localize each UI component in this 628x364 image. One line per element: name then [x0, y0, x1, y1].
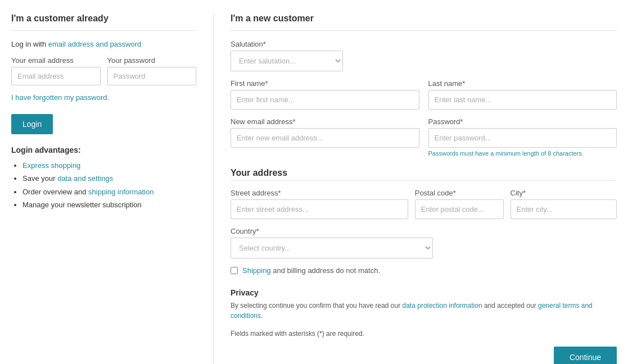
advantages-list: Express shopping Save your data and sett…: [11, 159, 196, 212]
new-email-label: New email address*: [231, 117, 419, 126]
password-label: Your password: [107, 56, 197, 65]
email-label: Your email address: [11, 56, 101, 65]
postal-input[interactable]: [415, 199, 504, 219]
required-note: Fields marked with asterisks (*) are req…: [231, 330, 617, 338]
street-label: Street address*: [231, 189, 408, 197]
data-protection-link[interactable]: data protection information: [403, 302, 482, 310]
left-panel-title: I'm a customer already: [11, 13, 196, 24]
email-password-row: New email address* Password* Passwords m…: [231, 117, 617, 157]
advantage-item-2: Save your data and settings: [22, 172, 196, 185]
postal-field: Postal code*: [415, 189, 504, 219]
name-row: First name* Last name*: [231, 79, 617, 110]
first-name-label: First name*: [231, 79, 419, 88]
last-name-field: Last name*: [428, 79, 617, 110]
advantage-item-4: Manage your newsletter subscription: [22, 198, 196, 211]
new-password-field: Password* Passwords must have a minimum …: [428, 117, 617, 157]
city-input[interactable]: [510, 199, 617, 219]
country-field: Country* Select country... Germany Austr…: [231, 227, 433, 258]
right-panel: I'm a new customer Salutation* Enter sal…: [214, 13, 617, 364]
advantage-item-1: Express shopping: [22, 159, 196, 172]
salutation-group: Salutation* Enter salutation... Mr. Mrs.…: [231, 40, 343, 71]
forgot-password-link[interactable]: I have forgotten my password.: [11, 93, 196, 102]
privacy-text: By selecting continue you confirm that y…: [231, 301, 617, 321]
first-name-input[interactable]: [231, 90, 419, 110]
shipping-checkbox-row: Shipping and billing address do not matc…: [231, 266, 617, 275]
country-select[interactable]: Select country... Germany Austria Switze…: [231, 238, 433, 258]
new-password-label: Password*: [428, 117, 617, 126]
advantage-link-3[interactable]: shipping information: [88, 188, 153, 196]
right-panel-title: I'm a new customer: [231, 13, 617, 24]
street-row: Street address* Postal code* City*: [231, 189, 617, 219]
street-input[interactable]: [231, 199, 408, 219]
advantage-item-3: Order overview and shipping information: [22, 185, 196, 198]
address-section-title: Your address: [231, 168, 617, 178]
password-input[interactable]: [107, 67, 197, 85]
shipping-link[interactable]: Shipping: [242, 266, 271, 275]
new-password-input[interactable]: [428, 128, 617, 148]
salutation-select[interactable]: Enter salutation... Mr. Mrs. Mx.: [231, 51, 343, 71]
salutation-label: Salutation*: [231, 40, 343, 48]
privacy-title: Privacy: [231, 288, 617, 297]
new-email-field: New email address*: [231, 117, 419, 157]
street-field: Street address*: [231, 189, 408, 219]
login-button[interactable]: Login: [11, 114, 53, 134]
advantages-title: Login advantages:: [11, 145, 196, 154]
password-hint: Passwords must have a minimum length of …: [428, 150, 617, 157]
last-name-input[interactable]: [428, 90, 617, 110]
continue-row: Continue: [231, 347, 617, 364]
advantage-link-1[interactable]: Express shopping: [22, 161, 80, 170]
country-row: Country* Select country... Germany Austr…: [231, 227, 617, 258]
city-field: City*: [510, 189, 617, 219]
first-name-field: First name*: [231, 79, 419, 110]
email-input[interactable]: [11, 67, 101, 85]
privacy-section: Privacy By selecting continue you confir…: [231, 288, 617, 321]
continue-button[interactable]: Continue: [554, 347, 617, 364]
city-label: City*: [510, 189, 617, 197]
advantage-link-2[interactable]: data and settings: [57, 174, 113, 183]
shipping-checkbox[interactable]: [231, 267, 238, 274]
login-subtitle: Log in with email address and password: [11, 40, 196, 48]
login-subtitle-link[interactable]: email address and password: [48, 40, 141, 48]
shipping-checkbox-label: Shipping and billing address do not matc…: [242, 266, 380, 275]
left-panel: I'm a customer already Log in with email…: [11, 13, 214, 364]
new-email-input[interactable]: [231, 128, 419, 148]
country-label: Country*: [231, 227, 433, 235]
last-name-label: Last name*: [428, 79, 617, 88]
postal-label: Postal code*: [415, 189, 504, 197]
